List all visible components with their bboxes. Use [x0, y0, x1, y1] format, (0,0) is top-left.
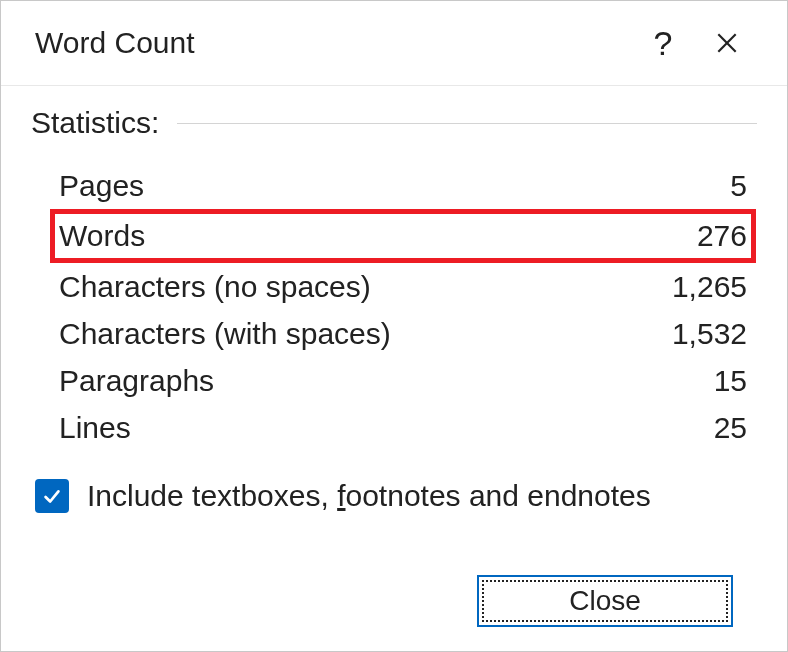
statistics-label: Statistics:	[31, 106, 159, 140]
help-button[interactable]: ?	[631, 19, 695, 67]
chars-no-spaces-value: 1,265	[672, 270, 747, 304]
checkbox-label-accelerator: f	[337, 479, 345, 512]
checkbox-label-prefix: Include textboxes,	[87, 479, 337, 512]
titlebar: Word Count ?	[1, 1, 787, 86]
include-textboxes-option[interactable]: Include textboxes, footnotes and endnote…	[31, 479, 757, 513]
dialog-title: Word Count	[35, 26, 631, 60]
stat-row-chars-no-spaces: Characters (no spaces) 1,265	[55, 263, 751, 310]
dialog-content: Statistics: Pages 5 Words 276 Characters…	[1, 86, 787, 651]
checkmark-icon	[41, 485, 63, 507]
stat-row-paragraphs: Paragraphs 15	[55, 357, 751, 404]
statistics-list: Pages 5 Words 276 Characters (no spaces)…	[31, 162, 757, 451]
stat-row-words: Words 276	[50, 209, 756, 263]
pages-value: 5	[730, 169, 747, 203]
section-header: Statistics:	[31, 106, 757, 140]
chars-no-spaces-label: Characters (no spaces)	[59, 270, 371, 304]
close-button[interactable]: Close	[477, 575, 733, 627]
stat-row-pages: Pages 5	[55, 162, 751, 209]
include-textboxes-checkbox[interactable]	[35, 479, 69, 513]
stat-row-chars-with-spaces: Characters (with spaces) 1,532	[55, 310, 751, 357]
lines-value: 25	[714, 411, 747, 445]
chars-with-spaces-value: 1,532	[672, 317, 747, 351]
divider	[177, 123, 757, 124]
word-count-dialog: Word Count ? Statistics: Pages 5 Words 2…	[0, 0, 788, 652]
words-label: Words	[59, 219, 145, 253]
pages-label: Pages	[59, 169, 144, 203]
lines-label: Lines	[59, 411, 131, 445]
paragraphs-value: 15	[714, 364, 747, 398]
words-value: 276	[697, 219, 747, 253]
dialog-footer: Close	[31, 575, 757, 651]
paragraphs-label: Paragraphs	[59, 364, 214, 398]
stat-row-lines: Lines 25	[55, 404, 751, 451]
close-x-button[interactable]	[695, 19, 759, 67]
close-icon	[714, 30, 740, 56]
help-icon: ?	[654, 26, 673, 60]
checkbox-label-suffix: ootnotes and endnotes	[346, 479, 651, 512]
include-textboxes-label: Include textboxes, footnotes and endnote…	[87, 479, 651, 513]
chars-with-spaces-label: Characters (with spaces)	[59, 317, 391, 351]
